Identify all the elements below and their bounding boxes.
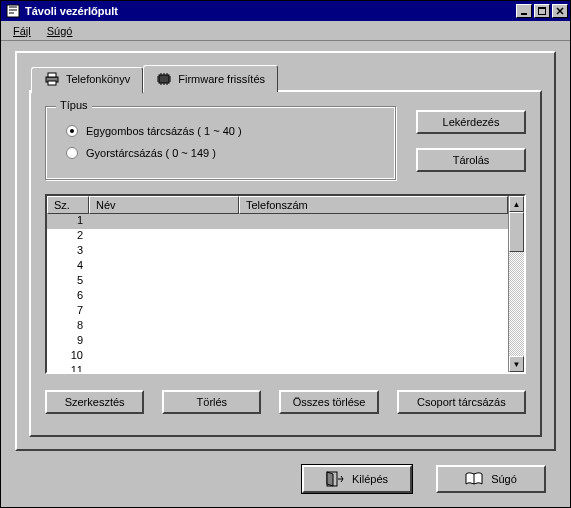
type-groupbox: Típus Egygombos tárcsázás ( 1 ~ 40 ) Gyo… <box>45 106 396 180</box>
radio-one-touch-label: Egygombos tárcsázás ( 1 ~ 40 ) <box>86 125 242 137</box>
table-row[interactable]: 11 <box>47 364 508 372</box>
store-button[interactable]: Tárolás <box>416 148 526 172</box>
cell-sz: 11 <box>47 364 89 372</box>
table-row[interactable]: 3 <box>47 244 508 259</box>
printer-icon <box>44 72 60 86</box>
radio-one-touch[interactable]: Egygombos tárcsázás ( 1 ~ 40 ) <box>66 125 381 137</box>
svg-rect-5 <box>48 73 56 77</box>
table-row[interactable]: 1 <box>47 214 508 229</box>
cell-tel <box>239 214 508 229</box>
table-row[interactable]: 5 <box>47 274 508 289</box>
scroll-thumb[interactable] <box>509 212 524 252</box>
cell-tel <box>239 304 508 319</box>
svg-rect-6 <box>48 81 56 85</box>
tab-phonebook-label: Telefonkönyv <box>66 73 130 85</box>
listview-inner: Sz. Név Telefonszám 1234567891011 <box>47 196 508 372</box>
exit-button[interactable]: Kilépés <box>302 465 412 493</box>
cell-sz: 9 <box>47 334 89 349</box>
table-row[interactable]: 6 <box>47 289 508 304</box>
cell-nev <box>89 304 239 319</box>
cell-nev <box>89 319 239 334</box>
cell-sz: 2 <box>47 229 89 244</box>
cell-tel <box>239 229 508 244</box>
client-area: Telefonkönyv Firmware frissítés Típus E <box>1 41 570 507</box>
radio-one-touch-input[interactable] <box>66 125 78 137</box>
close-button[interactable] <box>552 4 568 18</box>
delete-all-button[interactable]: Összes törlése <box>279 390 378 414</box>
cell-nev <box>89 289 239 304</box>
app-icon <box>5 3 21 19</box>
radio-speed-label: Gyorstárcsázás ( 0 ~ 149 ) <box>86 147 216 159</box>
svg-rect-3 <box>538 7 546 9</box>
cell-sz: 8 <box>47 319 89 334</box>
maximize-button[interactable] <box>534 4 550 18</box>
radio-speed-input[interactable] <box>66 147 78 159</box>
table-row[interactable]: 7 <box>47 304 508 319</box>
main-panel: Telefonkönyv Firmware frissítés Típus E <box>15 51 556 451</box>
tab-firmware[interactable]: Firmware frissítés <box>143 65 278 92</box>
col-nev-header[interactable]: Név <box>89 196 239 214</box>
group-dial-button[interactable]: Csoport tárcsázás <box>397 390 526 414</box>
cell-sz: 4 <box>47 259 89 274</box>
cell-sz: 3 <box>47 244 89 259</box>
cell-sz: 7 <box>47 304 89 319</box>
cell-tel <box>239 334 508 349</box>
scroll-track[interactable] <box>509 212 524 356</box>
cell-tel <box>239 319 508 334</box>
delete-button[interactable]: Törlés <box>162 390 261 414</box>
menu-file[interactable]: Fájl <box>5 23 39 39</box>
tab-phonebook[interactable]: Telefonkönyv <box>31 67 143 94</box>
cell-nev <box>89 259 239 274</box>
tab-body: Típus Egygombos tárcsázás ( 1 ~ 40 ) Gyo… <box>29 90 542 437</box>
right-buttons: Lekérdezés Tárolás <box>416 106 526 180</box>
scrollbar: ▲ ▼ <box>508 196 524 372</box>
cell-tel <box>239 289 508 304</box>
table-row[interactable]: 10 <box>47 349 508 364</box>
top-row: Típus Egygombos tárcsázás ( 1 ~ 40 ) Gyo… <box>45 106 526 180</box>
table-row[interactable]: 8 <box>47 319 508 334</box>
tab-strip: Telefonkönyv Firmware frissítés <box>31 65 542 92</box>
cell-sz: 5 <box>47 274 89 289</box>
window-title: Távoli vezérlőpult <box>25 5 516 17</box>
cell-sz: 1 <box>47 214 89 229</box>
cell-nev <box>89 214 239 229</box>
cell-nev <box>89 364 239 372</box>
cell-sz: 6 <box>47 289 89 304</box>
cell-tel <box>239 364 508 372</box>
exit-icon <box>326 471 344 487</box>
book-icon <box>465 472 483 486</box>
listview-body[interactable]: 1234567891011 <box>47 214 508 372</box>
cell-nev <box>89 274 239 289</box>
cell-tel <box>239 244 508 259</box>
edit-button[interactable]: Szerkesztés <box>45 390 144 414</box>
exit-label: Kilépés <box>352 473 388 485</box>
cell-tel <box>239 274 508 289</box>
cell-tel <box>239 349 508 364</box>
table-row[interactable]: 9 <box>47 334 508 349</box>
col-tel-header[interactable]: Telefonszám <box>239 196 508 214</box>
cell-sz: 10 <box>47 349 89 364</box>
chip-icon <box>156 72 172 86</box>
radio-speed[interactable]: Gyorstárcsázás ( 0 ~ 149 ) <box>66 147 381 159</box>
listview-header: Sz. Név Telefonszám <box>47 196 508 214</box>
menu-help[interactable]: Súgó <box>39 23 81 39</box>
listview: Sz. Név Telefonszám 1234567891011 ▲ ▼ <box>45 194 526 374</box>
minimize-button[interactable] <box>516 4 532 18</box>
table-row[interactable]: 2 <box>47 229 508 244</box>
table-row[interactable]: 4 <box>47 259 508 274</box>
cell-nev <box>89 334 239 349</box>
type-legend: Típus <box>56 99 92 111</box>
svg-rect-1 <box>521 13 527 15</box>
col-sz-header[interactable]: Sz. <box>47 196 89 214</box>
menubar: Fájl Súgó <box>1 21 570 41</box>
footer-buttons: Kilépés Súgó <box>15 465 556 493</box>
query-button[interactable]: Lekérdezés <box>416 110 526 134</box>
titlebar: Távoli vezérlőpult <box>1 1 570 21</box>
tab-firmware-label: Firmware frissítés <box>178 73 265 85</box>
cell-nev <box>89 349 239 364</box>
svg-rect-7 <box>159 75 169 83</box>
help-button[interactable]: Súgó <box>436 465 546 493</box>
cell-tel <box>239 259 508 274</box>
scroll-down-button[interactable]: ▼ <box>509 356 524 372</box>
scroll-up-button[interactable]: ▲ <box>509 196 524 212</box>
